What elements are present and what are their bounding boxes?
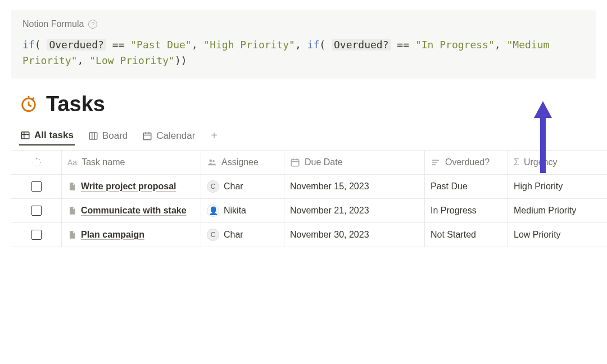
tab-label: Board [102, 130, 128, 142]
tab-label: All tasks [34, 130, 74, 141]
task-name: Write project proposal [81, 181, 176, 192]
svg-rect-3 [89, 133, 97, 139]
assignee-name: Nikita [224, 206, 246, 216]
page-icon [67, 182, 76, 191]
column-header-urgency[interactable]: ΣUrgency [508, 151, 607, 174]
svg-point-19 [212, 160, 215, 162]
formula-token-prop: Overdued? [332, 39, 391, 51]
svg-point-13 [39, 165, 40, 166]
urgency-cell[interactable]: Medium Priority [508, 199, 607, 222]
urgency-cell[interactable]: High Priority [508, 175, 607, 198]
column-header-label: Due Date [305, 157, 343, 167]
task-name: Communicate with stake [81, 206, 187, 216]
avatar: 👤 [207, 204, 219, 217]
assignee-cell[interactable]: CChar [201, 223, 284, 247]
date-icon [290, 157, 300, 167]
formula-token-kw: if [307, 39, 320, 51]
board-icon [88, 131, 98, 141]
view-tabs: All tasksBoardCalendar+ [19, 126, 607, 145]
avatar: C [207, 180, 219, 193]
column-header-assignee[interactable]: Assignee [201, 151, 284, 174]
formula-token-punc: , [295, 39, 307, 51]
people-icon [207, 157, 217, 167]
formula-token-op [325, 39, 332, 51]
text-icon: Aa [67, 158, 77, 167]
table-header-row: AaTask nameAssigneeDue DateOverdued?ΣUrg… [11, 151, 607, 175]
overdued-value: Not Started [431, 230, 476, 240]
formula-token-str: "Past Due" [130, 39, 191, 51]
checkbox[interactable] [31, 206, 42, 216]
table-icon [20, 130, 30, 140]
column-header-checkbox[interactable] [11, 151, 62, 174]
checkbox-cell[interactable] [11, 199, 62, 222]
due-date: November 30, 2023 [290, 230, 369, 240]
urgency-value: High Priority [514, 181, 563, 192]
formula-token-op: == [391, 39, 415, 51]
formula-header: Notion Formula ? [22, 19, 585, 29]
column-header-label: Assignee [221, 157, 259, 167]
due-date-cell[interactable]: November 30, 2023 [284, 223, 425, 247]
stopwatch-icon [19, 94, 38, 113]
formula-code[interactable]: if( Overdued? == "Past Due", "High Prior… [22, 37, 585, 69]
table-row[interactable]: Write project proposalCCharNovember 15, … [11, 175, 607, 199]
checkbox-cell[interactable] [11, 223, 62, 247]
column-header-label: Urgency [524, 157, 558, 167]
svg-point-17 [33, 160, 34, 160]
assignee-name: Char [224, 230, 243, 240]
urgency-value: Medium Priority [514, 206, 576, 216]
tab-all-tasks[interactable]: All tasks [19, 126, 75, 145]
formula-token-op: == [106, 39, 130, 51]
assignee-name: Char [224, 181, 243, 192]
svg-point-10 [35, 158, 37, 159]
due-date: November 21, 2023 [290, 206, 369, 216]
formula-token-punc: , [78, 54, 90, 66]
formula-token-punc: , [495, 39, 507, 51]
svg-point-11 [38, 159, 39, 160]
tab-label: Calendar [156, 130, 195, 142]
checkbox[interactable] [31, 181, 42, 192]
column-header-label: Overdued? [445, 157, 490, 167]
formula-token-punc: ( [319, 39, 325, 51]
formula-header-label: Notion Formula [22, 19, 84, 29]
table-row[interactable]: Plan campaignCCharNovember 30, 2023Not S… [11, 223, 607, 247]
overdued-value: Past Due [431, 181, 468, 192]
overdued-cell[interactable]: In Progress [425, 199, 508, 222]
column-header-label: Task name [81, 157, 125, 167]
task-name-cell[interactable]: Write project proposal [62, 175, 201, 198]
overdued-cell[interactable]: Past Due [425, 175, 508, 198]
urgency-cell[interactable]: Low Priority [508, 223, 607, 247]
checkbox[interactable] [31, 230, 42, 240]
task-name-cell[interactable]: Communicate with stake [62, 199, 201, 222]
tab-calendar[interactable]: Calendar [141, 127, 196, 145]
column-header-task-name[interactable]: AaTask name [62, 151, 201, 174]
svg-point-16 [32, 162, 33, 162]
svg-rect-20 [291, 160, 299, 166]
assignee-cell[interactable]: CChar [201, 175, 284, 198]
table-row[interactable]: Communicate with stake👤NikitaNovember 21… [11, 199, 607, 223]
lines-icon [431, 157, 441, 167]
formula-token-prop: Overdued? [47, 39, 106, 51]
formula-token-punc: ( [35, 39, 41, 51]
formula-token-punc: )) [175, 54, 187, 66]
overdued-cell[interactable]: Not Started [425, 223, 508, 247]
formula-token-str: "High Priority" [203, 39, 295, 51]
svg-rect-0 [21, 132, 29, 139]
due-date-cell[interactable]: November 21, 2023 [284, 199, 425, 222]
due-date: November 15, 2023 [290, 181, 369, 192]
help-icon[interactable]: ? [88, 20, 97, 29]
due-date-cell[interactable]: November 15, 2023 [284, 175, 425, 198]
svg-point-14 [36, 166, 37, 166]
tab-board[interactable]: Board [87, 127, 129, 145]
task-name-cell[interactable]: Plan campaign [62, 223, 201, 247]
avatar: C [207, 229, 219, 241]
column-header-due-date[interactable]: Due Date [284, 151, 425, 174]
assignee-cell[interactable]: 👤Nikita [201, 199, 284, 222]
formula-token-str: "In Progress" [415, 39, 495, 51]
calendar-icon [142, 131, 152, 141]
database-table: AaTask nameAssigneeDue DateOverdued?ΣUrg… [11, 150, 607, 247]
task-name: Plan campaign [81, 230, 144, 240]
checkbox-cell[interactable] [11, 175, 62, 198]
add-view-button[interactable]: + [209, 129, 220, 142]
column-header-overdued-[interactable]: Overdued? [425, 151, 508, 174]
overdued-value: In Progress [431, 206, 477, 216]
